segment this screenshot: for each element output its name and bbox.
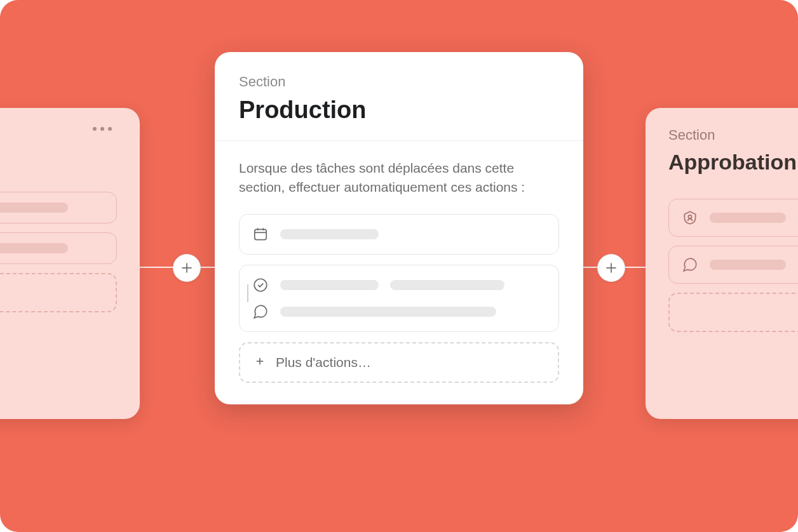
plus-icon <box>254 356 266 369</box>
divider <box>215 140 583 141</box>
section-label: Section <box>239 74 559 90</box>
svg-point-11 <box>688 215 691 218</box>
plus-icon <box>603 260 619 276</box>
placeholder-bar <box>280 280 379 290</box>
canvas: Section Production Lorsque des tâches so… <box>0 0 798 532</box>
action-row[interactable] <box>0 232 117 264</box>
assignee-icon <box>682 209 698 226</box>
add-section-left-button[interactable] <box>173 254 201 282</box>
add-action-label: Plus d'actions… <box>276 355 371 370</box>
section-label: Section <box>668 127 798 143</box>
action-row-date[interactable] <box>239 214 559 255</box>
action-row-assignee[interactable] <box>668 199 798 237</box>
section-card-main: Section Production Lorsque des tâches so… <box>215 52 583 404</box>
automation-description: Lorsque des tâches sont déplacées dans c… <box>239 159 559 197</box>
svg-rect-4 <box>255 229 266 239</box>
section-title: Production <box>239 96 559 124</box>
section-card-right: Section Approbation <box>646 108 798 419</box>
placeholder-bar <box>0 203 68 213</box>
placeholder-bar <box>280 229 379 239</box>
action-row-multi[interactable] <box>239 265 559 332</box>
add-section-right-button[interactable] <box>597 254 625 282</box>
placeholder-bar <box>390 280 504 290</box>
placeholder-bar <box>0 243 68 253</box>
plus-icon <box>179 260 195 276</box>
add-action-placeholder[interactable] <box>668 293 798 332</box>
action-row-comment[interactable] <box>668 246 798 284</box>
card-menu-button[interactable] <box>0 127 117 131</box>
add-action-button[interactable]: Plus d'actions… <box>239 342 559 383</box>
comment-icon <box>682 256 698 273</box>
section-card-left <box>0 108 140 419</box>
svg-point-8 <box>254 279 267 291</box>
comment-icon <box>252 303 269 320</box>
check-circle-icon <box>252 277 269 293</box>
calendar-icon <box>252 226 269 243</box>
add-action-placeholder[interactable] <box>0 273 117 312</box>
section-title: Approbation <box>668 150 798 175</box>
placeholder-bar <box>710 260 786 270</box>
connector-vertical <box>247 284 248 302</box>
placeholder-bar <box>710 213 786 223</box>
action-row[interactable] <box>0 192 117 223</box>
placeholder-bar <box>280 307 496 317</box>
